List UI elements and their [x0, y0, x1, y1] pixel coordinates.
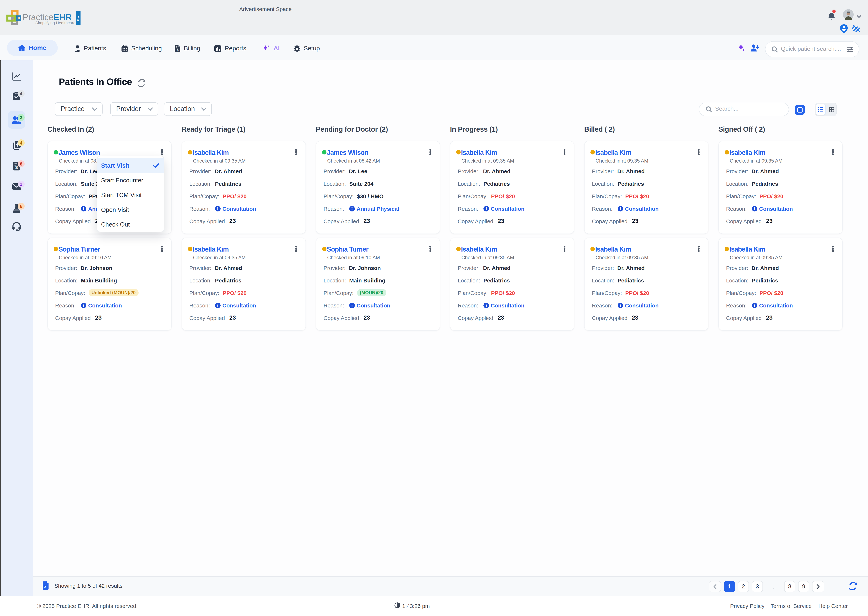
svg-text:$: $: [15, 165, 18, 170]
svg-text:x: x: [44, 584, 47, 589]
svg-text:$: $: [177, 48, 179, 52]
